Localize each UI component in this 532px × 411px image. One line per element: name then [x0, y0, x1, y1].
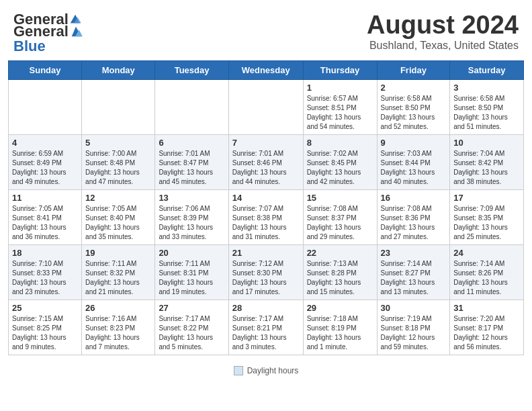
logo-blue-text: Blue: [13, 38, 46, 55]
calendar-cell: 8Sunrise: 7:02 AM Sunset: 8:45 PM Daylig…: [303, 135, 377, 190]
day-info: Sunrise: 7:19 AM Sunset: 8:18 PM Dayligh…: [381, 314, 447, 352]
footer: Daylight hours: [0, 362, 532, 378]
day-number: 15: [307, 193, 373, 203]
calendar-cell: 3Sunrise: 6:58 AM Sunset: 8:50 PM Daylig…: [450, 80, 524, 135]
calendar-cell: [228, 80, 303, 135]
day-info: Sunrise: 7:10 AM Sunset: 8:33 PM Dayligh…: [12, 259, 78, 297]
day-number: 2: [381, 83, 447, 93]
day-number: 10: [453, 138, 520, 148]
day-info: Sunrise: 7:05 AM Sunset: 8:41 PM Dayligh…: [12, 204, 78, 242]
day-info: Sunrise: 7:16 AM Sunset: 8:23 PM Dayligh…: [85, 314, 151, 352]
day-info: Sunrise: 6:58 AM Sunset: 8:50 PM Dayligh…: [381, 94, 447, 132]
logo: General General Blue: [13, 11, 83, 55]
day-number: 3: [453, 83, 520, 93]
day-header-saturday: Saturday: [450, 61, 524, 80]
day-number: 31: [453, 303, 520, 313]
calendar-cell: 6Sunrise: 7:01 AM Sunset: 8:47 PM Daylig…: [155, 135, 228, 190]
day-info: Sunrise: 7:01 AM Sunset: 8:46 PM Dayligh…: [232, 149, 300, 187]
day-number: 25: [12, 303, 78, 313]
day-number: 17: [453, 193, 520, 203]
day-info: Sunrise: 7:11 AM Sunset: 8:32 PM Dayligh…: [85, 259, 151, 297]
day-info: Sunrise: 7:17 AM Sunset: 8:21 PM Dayligh…: [232, 314, 300, 352]
calendar-cell: 5Sunrise: 7:00 AM Sunset: 8:48 PM Daylig…: [82, 135, 155, 190]
calendar-cell: [155, 80, 228, 135]
day-number: 6: [159, 138, 224, 148]
calendar-cell: 11Sunrise: 7:05 AM Sunset: 8:41 PM Dayli…: [9, 190, 82, 245]
calendar-cell: [82, 80, 155, 135]
day-info: Sunrise: 7:04 AM Sunset: 8:42 PM Dayligh…: [453, 149, 520, 187]
day-info: Sunrise: 7:14 AM Sunset: 8:27 PM Dayligh…: [381, 259, 447, 297]
day-number: 19: [85, 248, 151, 258]
day-number: 28: [232, 303, 300, 313]
calendar-cell: 27Sunrise: 7:17 AM Sunset: 8:22 PM Dayli…: [155, 300, 228, 355]
legend-box: [234, 366, 243, 375]
day-info: Sunrise: 7:15 AM Sunset: 8:25 PM Dayligh…: [12, 314, 78, 352]
day-header-sunday: Sunday: [9, 61, 82, 80]
calendar-table: SundayMondayTuesdayWednesdayThursdayFrid…: [8, 60, 524, 355]
day-number: 9: [381, 138, 447, 148]
day-info: Sunrise: 7:09 AM Sunset: 8:35 PM Dayligh…: [453, 204, 520, 242]
calendar-cell: 17Sunrise: 7:09 AM Sunset: 8:35 PM Dayli…: [450, 190, 524, 245]
calendar-cell: 13Sunrise: 7:06 AM Sunset: 8:39 PM Dayli…: [155, 190, 228, 245]
calendar-cell: 25Sunrise: 7:15 AM Sunset: 8:25 PM Dayli…: [9, 300, 82, 355]
page-header: General General Blue August 2024 Bushlan…: [0, 0, 532, 60]
day-header-monday: Monday: [82, 61, 155, 80]
day-number: 30: [381, 303, 447, 313]
day-number: 23: [381, 248, 447, 258]
calendar-cell: 19Sunrise: 7:11 AM Sunset: 8:32 PM Dayli…: [82, 245, 155, 300]
day-header-friday: Friday: [377, 61, 450, 80]
calendar-cell: 2Sunrise: 6:58 AM Sunset: 8:50 PM Daylig…: [377, 80, 450, 135]
calendar-cell: 12Sunrise: 7:05 AM Sunset: 8:40 PM Dayli…: [82, 190, 155, 245]
day-info: Sunrise: 6:59 AM Sunset: 8:49 PM Dayligh…: [12, 149, 78, 187]
day-info: Sunrise: 7:00 AM Sunset: 8:48 PM Dayligh…: [85, 149, 151, 187]
day-number: 27: [159, 303, 224, 313]
calendar-cell: 14Sunrise: 7:07 AM Sunset: 8:38 PM Dayli…: [228, 190, 303, 245]
day-number: 11: [12, 193, 78, 203]
day-number: 1: [307, 83, 373, 93]
day-info: Sunrise: 7:14 AM Sunset: 8:26 PM Dayligh…: [453, 259, 520, 297]
calendar-cell: 9Sunrise: 7:03 AM Sunset: 8:44 PM Daylig…: [377, 135, 450, 190]
day-info: Sunrise: 7:03 AM Sunset: 8:44 PM Dayligh…: [381, 149, 447, 187]
day-info: Sunrise: 7:20 AM Sunset: 8:17 PM Dayligh…: [453, 314, 520, 352]
day-number: 5: [85, 138, 151, 148]
day-info: Sunrise: 7:12 AM Sunset: 8:30 PM Dayligh…: [232, 259, 300, 297]
day-number: 4: [12, 138, 78, 148]
day-number: 20: [159, 248, 224, 258]
calendar-cell: 16Sunrise: 7:08 AM Sunset: 8:36 PM Dayli…: [377, 190, 450, 245]
day-number: 7: [232, 138, 300, 148]
day-header-wednesday: Wednesday: [228, 61, 303, 80]
day-header-tuesday: Tuesday: [155, 61, 228, 80]
main-title: August 2024: [367, 11, 519, 40]
day-info: Sunrise: 7:11 AM Sunset: 8:31 PM Dayligh…: [159, 259, 224, 297]
calendar-cell: 31Sunrise: 7:20 AM Sunset: 8:17 PM Dayli…: [450, 300, 524, 355]
calendar-cell: 7Sunrise: 7:01 AM Sunset: 8:46 PM Daylig…: [228, 135, 303, 190]
title-block: August 2024 Bushland, Texas, United Stat…: [367, 11, 519, 52]
calendar-cell: 20Sunrise: 7:11 AM Sunset: 8:31 PM Dayli…: [155, 245, 228, 300]
calendar-cell: 15Sunrise: 7:08 AM Sunset: 8:37 PM Dayli…: [303, 190, 377, 245]
calendar-cell: 29Sunrise: 7:18 AM Sunset: 8:19 PM Dayli…: [303, 300, 377, 355]
day-info: Sunrise: 7:13 AM Sunset: 8:28 PM Dayligh…: [307, 259, 373, 297]
calendar-cell: 24Sunrise: 7:14 AM Sunset: 8:26 PM Dayli…: [450, 245, 524, 300]
day-info: Sunrise: 7:18 AM Sunset: 8:19 PM Dayligh…: [307, 314, 373, 352]
day-info: Sunrise: 7:17 AM Sunset: 8:22 PM Dayligh…: [159, 314, 224, 352]
day-info: Sunrise: 7:01 AM Sunset: 8:47 PM Dayligh…: [159, 149, 224, 187]
calendar-cell: 18Sunrise: 7:10 AM Sunset: 8:33 PM Dayli…: [9, 245, 82, 300]
subtitle: Bushland, Texas, United States: [367, 40, 519, 52]
day-info: Sunrise: 7:07 AM Sunset: 8:38 PM Dayligh…: [232, 204, 300, 242]
day-header-thursday: Thursday: [303, 61, 377, 80]
calendar-cell: 23Sunrise: 7:14 AM Sunset: 8:27 PM Dayli…: [377, 245, 450, 300]
calendar-cell: [9, 80, 82, 135]
calendar-cell: 30Sunrise: 7:19 AM Sunset: 8:18 PM Dayli…: [377, 300, 450, 355]
day-info: Sunrise: 6:58 AM Sunset: 8:50 PM Dayligh…: [453, 94, 520, 132]
calendar-cell: 26Sunrise: 7:16 AM Sunset: 8:23 PM Dayli…: [82, 300, 155, 355]
day-info: Sunrise: 7:06 AM Sunset: 8:39 PM Dayligh…: [159, 204, 224, 242]
calendar-cell: 28Sunrise: 7:17 AM Sunset: 8:21 PM Dayli…: [228, 300, 303, 355]
day-info: Sunrise: 7:08 AM Sunset: 8:36 PM Dayligh…: [381, 204, 447, 242]
day-info: Sunrise: 7:05 AM Sunset: 8:40 PM Dayligh…: [85, 204, 151, 242]
day-number: 12: [85, 193, 151, 203]
day-number: 18: [12, 248, 78, 258]
day-info: Sunrise: 7:02 AM Sunset: 8:45 PM Dayligh…: [307, 149, 373, 187]
legend-label: Daylight hours: [247, 366, 299, 375]
day-number: 13: [159, 193, 224, 203]
day-number: 8: [307, 138, 373, 148]
